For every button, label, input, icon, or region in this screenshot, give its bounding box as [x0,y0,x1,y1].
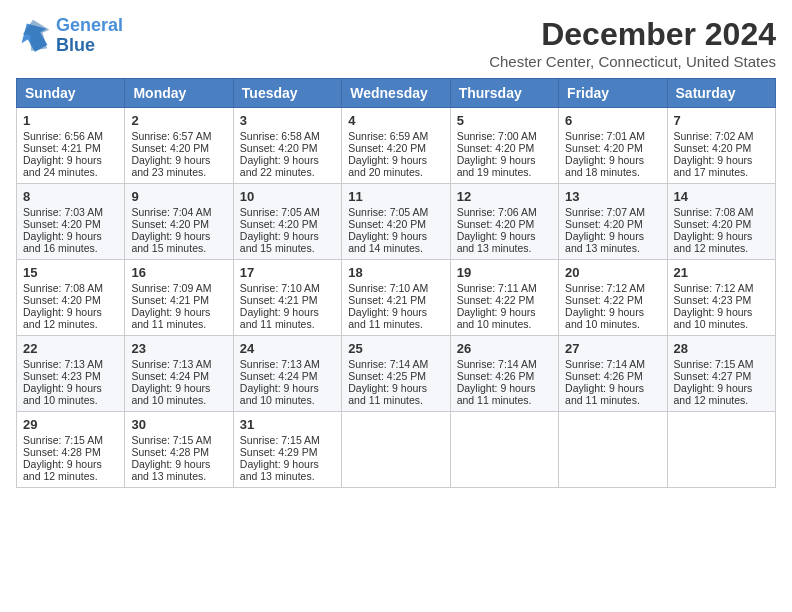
daylight-text: Daylight: 9 hours and 11 minutes. [457,382,536,406]
sunset-text: Sunset: 4:23 PM [23,370,101,382]
sunrise-text: Sunrise: 7:15 AM [23,434,103,446]
calendar-cell: 30 Sunrise: 7:15 AM Sunset: 4:28 PM Dayl… [125,412,233,488]
sunrise-text: Sunrise: 7:03 AM [23,206,103,218]
sunrise-text: Sunrise: 7:05 AM [348,206,428,218]
sunrise-text: Sunrise: 7:15 AM [240,434,320,446]
daylight-text: Daylight: 9 hours and 24 minutes. [23,154,102,178]
sunrise-text: Sunrise: 7:12 AM [674,282,754,294]
sunrise-text: Sunrise: 6:59 AM [348,130,428,142]
sunrise-text: Sunrise: 7:10 AM [348,282,428,294]
day-number: 5 [457,113,552,128]
day-number: 7 [674,113,769,128]
sunset-text: Sunset: 4:28 PM [23,446,101,458]
calendar-cell: 14 Sunrise: 7:08 AM Sunset: 4:20 PM Dayl… [667,184,775,260]
day-number: 27 [565,341,660,356]
sunrise-text: Sunrise: 7:00 AM [457,130,537,142]
daylight-text: Daylight: 9 hours and 10 minutes. [131,382,210,406]
sunrise-text: Sunrise: 7:11 AM [457,282,537,294]
calendar-week-row: 29 Sunrise: 7:15 AM Sunset: 4:28 PM Dayl… [17,412,776,488]
day-number: 14 [674,189,769,204]
daylight-text: Daylight: 9 hours and 11 minutes. [131,306,210,330]
sunset-text: Sunset: 4:20 PM [348,218,426,230]
day-number: 13 [565,189,660,204]
daylight-text: Daylight: 9 hours and 11 minutes. [565,382,644,406]
calendar-cell: 16 Sunrise: 7:09 AM Sunset: 4:21 PM Dayl… [125,260,233,336]
calendar-cell: 28 Sunrise: 7:15 AM Sunset: 4:27 PM Dayl… [667,336,775,412]
sunset-text: Sunset: 4:20 PM [240,218,318,230]
logo: General Blue [16,16,123,56]
daylight-text: Daylight: 9 hours and 12 minutes. [674,230,753,254]
day-number: 11 [348,189,443,204]
subtitle: Chester Center, Connecticut, United Stat… [489,53,776,70]
day-number: 29 [23,417,118,432]
sunset-text: Sunset: 4:26 PM [457,370,535,382]
main-title: December 2024 [489,16,776,53]
day-of-week-header: Wednesday [342,79,450,108]
sunset-text: Sunset: 4:20 PM [240,142,318,154]
day-number: 1 [23,113,118,128]
daylight-text: Daylight: 9 hours and 15 minutes. [240,230,319,254]
sunset-text: Sunset: 4:20 PM [674,142,752,154]
calendar-cell: 3 Sunrise: 6:58 AM Sunset: 4:20 PM Dayli… [233,108,341,184]
day-of-week-header: Saturday [667,79,775,108]
day-number: 25 [348,341,443,356]
calendar-cell: 12 Sunrise: 7:06 AM Sunset: 4:20 PM Dayl… [450,184,558,260]
calendar-cell: 20 Sunrise: 7:12 AM Sunset: 4:22 PM Dayl… [559,260,667,336]
calendar-week-row: 8 Sunrise: 7:03 AM Sunset: 4:20 PM Dayli… [17,184,776,260]
daylight-text: Daylight: 9 hours and 17 minutes. [674,154,753,178]
day-number: 12 [457,189,552,204]
sunrise-text: Sunrise: 7:05 AM [240,206,320,218]
calendar-cell: 8 Sunrise: 7:03 AM Sunset: 4:20 PM Dayli… [17,184,125,260]
sunset-text: Sunset: 4:21 PM [240,294,318,306]
sunrise-text: Sunrise: 7:08 AM [674,206,754,218]
day-number: 31 [240,417,335,432]
calendar-cell: 6 Sunrise: 7:01 AM Sunset: 4:20 PM Dayli… [559,108,667,184]
daylight-text: Daylight: 9 hours and 11 minutes. [348,306,427,330]
day-number: 15 [23,265,118,280]
day-of-week-header: Thursday [450,79,558,108]
calendar-table: SundayMondayTuesdayWednesdayThursdayFrid… [16,78,776,488]
daylight-text: Daylight: 9 hours and 13 minutes. [565,230,644,254]
sunrise-text: Sunrise: 7:13 AM [23,358,103,370]
day-number: 6 [565,113,660,128]
calendar-cell: 21 Sunrise: 7:12 AM Sunset: 4:23 PM Dayl… [667,260,775,336]
day-number: 22 [23,341,118,356]
sunset-text: Sunset: 4:22 PM [457,294,535,306]
sunset-text: Sunset: 4:21 PM [348,294,426,306]
sunset-text: Sunset: 4:20 PM [131,142,209,154]
calendar-cell [667,412,775,488]
calendar-cell: 11 Sunrise: 7:05 AM Sunset: 4:20 PM Dayl… [342,184,450,260]
day-number: 24 [240,341,335,356]
sunrise-text: Sunrise: 7:15 AM [674,358,754,370]
sunrise-text: Sunrise: 6:56 AM [23,130,103,142]
calendar-cell: 19 Sunrise: 7:11 AM Sunset: 4:22 PM Dayl… [450,260,558,336]
calendar-cell: 25 Sunrise: 7:14 AM Sunset: 4:25 PM Dayl… [342,336,450,412]
day-of-week-header: Tuesday [233,79,341,108]
calendar-cell: 2 Sunrise: 6:57 AM Sunset: 4:20 PM Dayli… [125,108,233,184]
calendar-cell: 18 Sunrise: 7:10 AM Sunset: 4:21 PM Dayl… [342,260,450,336]
day-of-week-header: Sunday [17,79,125,108]
day-number: 2 [131,113,226,128]
daylight-text: Daylight: 9 hours and 12 minutes. [674,382,753,406]
daylight-text: Daylight: 9 hours and 12 minutes. [23,458,102,482]
day-number: 17 [240,265,335,280]
sunset-text: Sunset: 4:25 PM [348,370,426,382]
calendar-cell: 7 Sunrise: 7:02 AM Sunset: 4:20 PM Dayli… [667,108,775,184]
sunset-text: Sunset: 4:20 PM [457,142,535,154]
daylight-text: Daylight: 9 hours and 13 minutes. [457,230,536,254]
daylight-text: Daylight: 9 hours and 18 minutes. [565,154,644,178]
sunrise-text: Sunrise: 7:13 AM [131,358,211,370]
daylight-text: Daylight: 9 hours and 12 minutes. [23,306,102,330]
calendar-cell [450,412,558,488]
sunrise-text: Sunrise: 7:08 AM [23,282,103,294]
day-number: 4 [348,113,443,128]
sunrise-text: Sunrise: 6:58 AM [240,130,320,142]
calendar-cell: 13 Sunrise: 7:07 AM Sunset: 4:20 PM Dayl… [559,184,667,260]
logo-icon [16,18,52,54]
day-number: 30 [131,417,226,432]
day-number: 19 [457,265,552,280]
sunrise-text: Sunrise: 7:14 AM [565,358,645,370]
sunset-text: Sunset: 4:22 PM [565,294,643,306]
day-number: 9 [131,189,226,204]
calendar-header-row: SundayMondayTuesdayWednesdayThursdayFrid… [17,79,776,108]
